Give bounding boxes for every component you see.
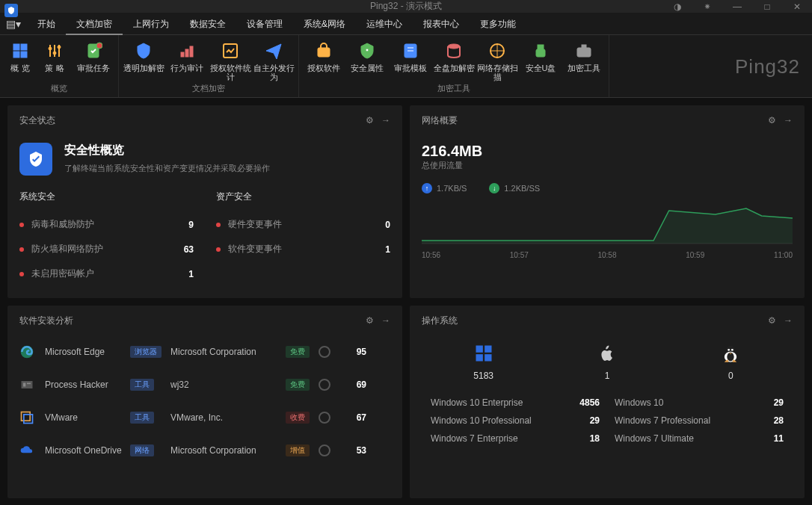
security-row[interactable]: 软件变更事件1 bbox=[216, 237, 390, 261]
menu-tab[interactable]: 数据安全 bbox=[179, 13, 236, 35]
license-tag: 免费 bbox=[286, 379, 310, 391]
svg-rect-1 bbox=[21, 44, 27, 50]
upload-icon: ↑ bbox=[422, 183, 432, 193]
ribbon-button[interactable]: 审批任务 bbox=[72, 38, 115, 81]
ribbon-button[interactable]: 概 览 bbox=[3, 38, 37, 81]
menu-tab[interactable]: 上网行为 bbox=[123, 13, 179, 35]
ribbon-button-label: 概 览 bbox=[10, 63, 29, 72]
arrow-right-icon[interactable]: → bbox=[381, 115, 390, 126]
os-count: 0 bbox=[728, 371, 733, 381]
security-row[interactable]: 未启用密码帐户1 bbox=[19, 261, 194, 286]
svg-rect-21 bbox=[536, 49, 545, 57]
software-row[interactable]: Process Hacker 工具 wj32 免费 69 bbox=[19, 368, 390, 401]
panel-security: 安全状态 ⚙ → 安全性概览 了解终端当前系统安全性和资产变更情况并采取必要操作… bbox=[7, 105, 402, 298]
menu-tab[interactable]: 报表中心 bbox=[413, 13, 470, 35]
ribbon-button-label: 授权软件 bbox=[307, 63, 340, 72]
software-vendor: Microsoft Corporation bbox=[170, 347, 283, 357]
menu-tab[interactable]: 运维中心 bbox=[356, 13, 413, 35]
ribbon-group-label: 概览 bbox=[3, 81, 115, 96]
ribbon-button[interactable]: 网络存储扫描 bbox=[476, 38, 519, 81]
dashboard-grid: 安全状态 ⚙ → 安全性概览 了解终端当前系统安全性和资产变更情况并采取必要操作… bbox=[0, 98, 812, 505]
os-summary-item[interactable]: 0 bbox=[720, 343, 741, 381]
moon-icon[interactable]: ◑ bbox=[662, 0, 692, 17]
window-controls: ◑ ⁕ ― □ ✕ bbox=[662, 0, 812, 17]
ribbon-button[interactable]: 行为审计 bbox=[165, 38, 209, 81]
security-row[interactable]: 病毒和威胁防护9 bbox=[19, 212, 194, 237]
security-row-value: 1 bbox=[385, 244, 390, 255]
os-summary-item[interactable]: 1 bbox=[597, 343, 618, 381]
progress-ring-icon bbox=[319, 444, 330, 456]
shield-doc-icon bbox=[134, 41, 153, 61]
ribbon-group-label: 文档加密 bbox=[122, 81, 295, 96]
menu-tab[interactable]: 设备管理 bbox=[236, 13, 293, 35]
ribbon-button[interactable]: 授权软件统计 bbox=[209, 38, 252, 81]
ribbon-button-label: 安全U盘 bbox=[526, 63, 556, 72]
titlebar: Ping32 - 演示模式 ◑ ⁕ ― □ ✕ bbox=[0, 0, 812, 13]
chart-xlabel: 10:59 bbox=[686, 251, 704, 259]
category-tag: 工具 bbox=[130, 412, 154, 424]
software-row[interactable]: VMware 工具 VMware, Inc. 收费 67 bbox=[19, 401, 390, 434]
install-count: 67 bbox=[344, 412, 366, 423]
arrow-right-icon[interactable]: → bbox=[784, 315, 793, 326]
arrow-right-icon[interactable]: → bbox=[381, 315, 390, 326]
chart-xlabel: 10:58 bbox=[597, 251, 616, 259]
os-name: Windows 10 Enterprise bbox=[431, 397, 555, 408]
os-summary-item[interactable]: 5183 bbox=[473, 343, 494, 381]
security-row[interactable]: 硬件变更事件0 bbox=[216, 212, 390, 237]
software-icon bbox=[19, 443, 34, 458]
gear-icon[interactable]: ⚙ bbox=[366, 315, 374, 326]
ribbon-button[interactable]: 安全U盘 bbox=[519, 38, 562, 81]
os-value: 4856 bbox=[570, 397, 600, 408]
ribbon-button-label: 审批任务 bbox=[77, 63, 110, 72]
gear-icon[interactable]: ⚙ bbox=[768, 315, 776, 326]
category-tag: 工具 bbox=[130, 379, 154, 391]
menu-tab[interactable]: 文档加密 bbox=[66, 13, 123, 35]
minimize-button[interactable]: ― bbox=[722, 0, 752, 17]
menu-tab[interactable]: 开始 bbox=[27, 13, 66, 35]
ribbon-group-label: 加密工具 bbox=[302, 81, 606, 96]
category-tag: 浏览器 bbox=[130, 346, 162, 358]
ribbon: 概 览策 略审批任务概览透明加解密行为审计授权软件统计自主外发行为文档加密授权软… bbox=[0, 35, 812, 98]
close-button[interactable]: ✕ bbox=[782, 0, 812, 17]
usb-icon bbox=[531, 41, 550, 61]
arrow-right-icon[interactable]: → bbox=[784, 115, 793, 126]
svg-point-8 bbox=[96, 43, 102, 49]
traffic-chart: 10:5610:5710:5810:5911:00 bbox=[422, 199, 793, 259]
ribbon-button[interactable]: 授权软件 bbox=[302, 38, 345, 81]
ribbon-button[interactable]: 自主外发行为 bbox=[252, 38, 295, 81]
security-row-value: 0 bbox=[385, 220, 390, 230]
grid-icon bbox=[10, 41, 30, 61]
gear-icon[interactable]: ⚙ bbox=[366, 115, 374, 126]
ribbon-button[interactable]: 安全属性 bbox=[345, 38, 389, 81]
download-speed: 1.2KB/SS bbox=[504, 184, 540, 193]
license-tag: 收费 bbox=[286, 412, 310, 424]
menu-tab[interactable]: 系统&网络 bbox=[293, 13, 356, 35]
svg-rect-32 bbox=[485, 346, 491, 353]
ribbon-button[interactable]: 加密工具 bbox=[562, 38, 606, 81]
svg-rect-30 bbox=[24, 415, 33, 424]
software-icon bbox=[19, 344, 34, 359]
download-icon: ↓ bbox=[489, 183, 499, 193]
software-name: Process Hacker bbox=[45, 379, 127, 390]
software-row[interactable]: Microsoft Edge 浏览器 Microsoft Corporation… bbox=[19, 335, 390, 368]
security-row[interactable]: 防火墙和网络防护63 bbox=[19, 237, 194, 261]
menu-tab[interactable]: 更多功能 bbox=[470, 13, 526, 35]
ribbon-button[interactable]: 策 略 bbox=[37, 38, 72, 81]
ribbon-button[interactable]: 审批模板 bbox=[389, 38, 432, 81]
chart-xlabel: 10:56 bbox=[422, 251, 440, 259]
ribbon-group: 透明加解密行为审计授权软件统计自主外发行为文档加密 bbox=[119, 35, 299, 97]
maximize-button[interactable]: □ bbox=[752, 0, 782, 17]
ribbon-button[interactable]: 透明加解密 bbox=[122, 38, 165, 81]
ribbon-button[interactable]: 全盘加解密 bbox=[432, 38, 476, 81]
svg-rect-3 bbox=[21, 52, 27, 58]
software-name: VMware bbox=[45, 412, 127, 423]
attr-icon bbox=[357, 41, 377, 61]
os-name: Windows 7 Enterprise bbox=[431, 433, 555, 444]
software-row[interactable]: Microsoft OneDrive 网络 Microsoft Corporat… bbox=[19, 434, 390, 467]
ribbon-button-label: 审批模板 bbox=[394, 63, 427, 72]
gear-icon[interactable]: ⚙ bbox=[768, 115, 776, 126]
os-name: Windows 7 Professional bbox=[615, 415, 739, 426]
os-name: Windows 10 bbox=[615, 397, 739, 408]
help-icon[interactable]: ⁕ bbox=[692, 0, 722, 17]
status-dot-icon bbox=[19, 223, 24, 227]
